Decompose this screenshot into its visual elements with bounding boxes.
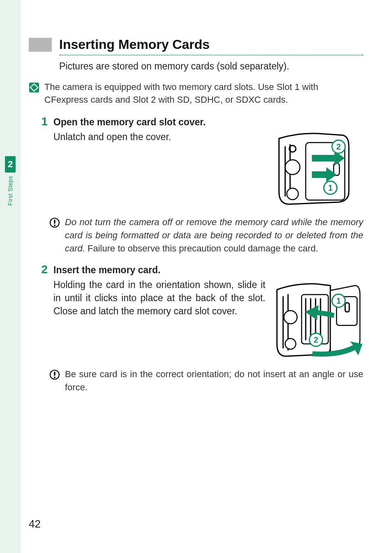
step-title: Insert the memory card.	[53, 263, 363, 276]
tip-note-text: The camera is equipped with two memory c…	[44, 81, 363, 106]
caution-icon	[49, 217, 60, 228]
caution-plain: Failure to observe this precaution could…	[85, 243, 318, 253]
step-1-illustration: 2 1	[273, 130, 363, 208]
page-title: Inserting Memory Cards	[59, 37, 210, 52]
manual-page: 2 First Steps Inserting Memory Cards Pic…	[0, 0, 392, 553]
svg-point-16	[284, 311, 297, 324]
side-tab: 2 First Steps	[5, 156, 16, 205]
svg-rect-12	[54, 219, 55, 224]
callout-1: 1	[328, 183, 332, 192]
step-2-illustration: 1 2	[273, 278, 363, 360]
side-strip	[0, 0, 21, 553]
step-body: Open the memory card slot cover. Unlatch…	[53, 115, 363, 208]
step-number: 2	[37, 263, 48, 276]
caution-text: Be sure card is in the correct orientati…	[65, 368, 363, 394]
step-2: 2 Insert the memory card. Holding the ca…	[29, 263, 363, 360]
heading-block-icon	[29, 38, 52, 52]
diamond-icon	[29, 82, 39, 93]
step-text-wrap: Holding the card in the orientation show…	[53, 278, 363, 360]
caution-text: Do not turn the camera off or remove the…	[65, 216, 363, 255]
step-text: Holding the card in the orientation show…	[53, 278, 265, 318]
step-number: 1	[37, 115, 48, 128]
page-number: 42	[29, 518, 41, 530]
intro-text: Pictures are stored on memory cards (sol…	[59, 60, 363, 73]
callout-2: 2	[336, 142, 341, 151]
step-body: Insert the memory card. Holding the card…	[53, 263, 363, 360]
caution-icon	[49, 369, 60, 380]
svg-point-29	[54, 376, 55, 378]
chapter-label: First Steps	[7, 176, 14, 205]
step-1: 1 Open the memory card slot cover. Unlat…	[29, 115, 363, 208]
step-2-caution: Be sure card is in the correct orientati…	[49, 368, 363, 394]
tip-note: The camera is equipped with two memory c…	[29, 81, 363, 106]
svg-point-4	[285, 160, 300, 175]
callout-2: 2	[314, 335, 318, 344]
svg-rect-28	[54, 371, 55, 376]
callout-1: 1	[336, 296, 341, 305]
step-text-wrap: Unlatch and open the cover.	[53, 130, 363, 208]
step-text: Unlatch and open the cover.	[53, 130, 265, 143]
svg-point-5	[287, 188, 298, 200]
heading-row: Inserting Memory Cards	[29, 37, 363, 52]
svg-point-17	[285, 339, 296, 349]
step-1-caution: Do not turn the camera off or remove the…	[49, 216, 363, 255]
dotted-rule	[59, 55, 363, 55]
svg-point-13	[54, 224, 55, 226]
step-title: Open the memory card slot cover.	[53, 115, 363, 129]
chapter-number-badge: 2	[5, 156, 16, 173]
